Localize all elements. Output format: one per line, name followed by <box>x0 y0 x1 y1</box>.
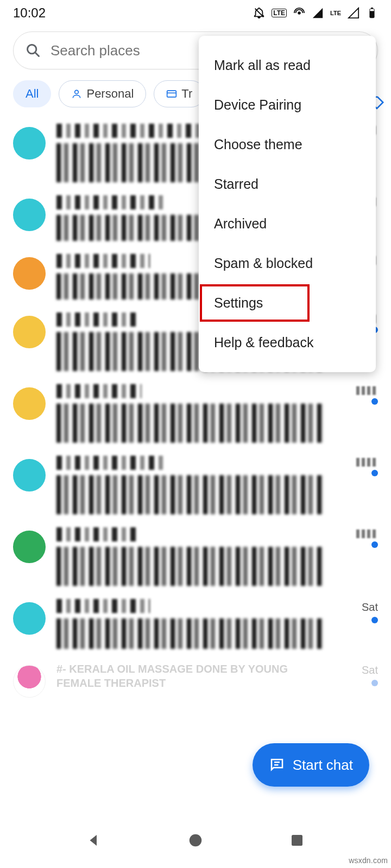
censored-time <box>356 386 378 395</box>
menu-help-feedback[interactable]: Help & feedback <box>199 323 376 362</box>
censored-preview <box>56 547 324 586</box>
avatar <box>13 127 46 159</box>
avatar <box>13 316 46 348</box>
search-icon <box>26 43 41 58</box>
row-time: Sat <box>362 664 378 676</box>
lte-indicator: LTE <box>330 10 341 16</box>
conversation-row[interactable] <box>0 378 391 449</box>
svg-line-5 <box>35 53 39 56</box>
overflow-menu: Mark all as read Device Pairing Choose t… <box>199 36 376 372</box>
conversation-row[interactable]: Sat <box>0 592 391 655</box>
censored-time <box>356 458 378 467</box>
censored-time <box>356 529 378 538</box>
censored-title <box>56 527 137 541</box>
signal-icon <box>312 7 324 19</box>
censored-title <box>56 195 163 209</box>
chip-all[interactable]: All <box>13 80 51 107</box>
signal-2-icon <box>348 7 360 19</box>
row-preview: #- KERALA OIL MASSAGE DONE BY YOUNG FEMA… <box>56 662 324 690</box>
row-meta <box>335 527 378 548</box>
row-content <box>56 527 324 586</box>
chip-personal-label: Personal <box>86 87 134 101</box>
chip-transactions[interactable]: Transactions <box>154 80 205 107</box>
conversation-row[interactable] <box>0 521 391 592</box>
row-content <box>56 384 324 443</box>
menu-mark-all-read[interactable]: Mark all as read <box>199 46 376 85</box>
unread-dot <box>371 470 378 476</box>
censored-preview <box>56 475 324 514</box>
row-meta <box>335 456 378 476</box>
system-nav-bar <box>0 832 391 848</box>
conversation-row[interactable] <box>0 449 391 521</box>
censored-title <box>56 312 137 327</box>
unread-dot <box>371 617 378 623</box>
menu-starred[interactable]: Starred <box>199 164 376 204</box>
svg-rect-7 <box>167 91 176 97</box>
row-content <box>56 456 324 514</box>
menu-choose-theme[interactable]: Choose theme <box>199 125 376 164</box>
person-icon <box>71 88 82 99</box>
avatar <box>13 459 46 492</box>
avatar <box>13 602 46 635</box>
row-meta: Sat <box>335 662 378 686</box>
svg-point-0 <box>298 11 301 15</box>
lte-call-icon: LTE <box>272 9 287 17</box>
row-meta: Sat <box>335 599 378 623</box>
menu-settings[interactable]: Settings <box>199 283 311 323</box>
menu-archived[interactable]: Archived <box>199 204 376 244</box>
censored-title <box>56 254 150 268</box>
avatar <box>13 531 46 563</box>
avatar <box>13 257 46 290</box>
menu-spam-blocked[interactable]: Spam & blocked <box>199 244 376 283</box>
conversation-row[interactable]: #- KERALA OIL MASSAGE DONE BY YOUNG FEMA… <box>0 655 391 704</box>
chip-all-label: All <box>26 87 39 101</box>
hotspot-icon <box>293 7 305 19</box>
unread-dot <box>371 398 378 405</box>
svg-point-12 <box>190 834 202 847</box>
row-content <box>56 599 324 649</box>
chat-icon <box>269 757 285 773</box>
status-time: 10:02 <box>13 5 46 21</box>
start-chat-fab[interactable]: Start chat <box>253 743 369 787</box>
chip-transactions-label: Transactions <box>181 87 192 101</box>
menu-device-pairing[interactable]: Device Pairing <box>199 85 376 125</box>
nav-recents-icon[interactable] <box>289 832 305 848</box>
watermark: wsxdn.com <box>349 856 388 865</box>
svg-point-6 <box>75 90 79 94</box>
nav-back-icon[interactable] <box>86 832 102 848</box>
unread-dot <box>371 680 378 686</box>
avatar <box>13 199 46 231</box>
row-time: Sat <box>362 601 378 614</box>
svg-rect-13 <box>292 835 302 846</box>
row-meta <box>335 384 378 405</box>
status-icons: LTE LTE <box>253 7 378 19</box>
notifications-off-icon <box>253 7 265 19</box>
battery-icon <box>366 7 378 19</box>
censored-title <box>56 599 150 613</box>
unread-dot <box>371 541 378 548</box>
svg-rect-2 <box>371 8 373 9</box>
censored-preview <box>56 618 324 649</box>
censored-title <box>56 456 163 470</box>
status-bar: 10:02 LTE LTE <box>0 0 391 26</box>
avatar <box>13 387 46 420</box>
svg-rect-3 <box>370 9 374 11</box>
card-icon <box>166 88 177 99</box>
nav-home-icon[interactable] <box>187 832 204 848</box>
chip-personal[interactable]: Personal <box>59 80 146 107</box>
avatar <box>13 665 46 698</box>
fab-label: Start chat <box>293 757 353 774</box>
censored-preview <box>56 404 324 443</box>
row-content: #- KERALA OIL MASSAGE DONE BY YOUNG FEMA… <box>56 662 324 690</box>
censored-title <box>56 384 142 398</box>
